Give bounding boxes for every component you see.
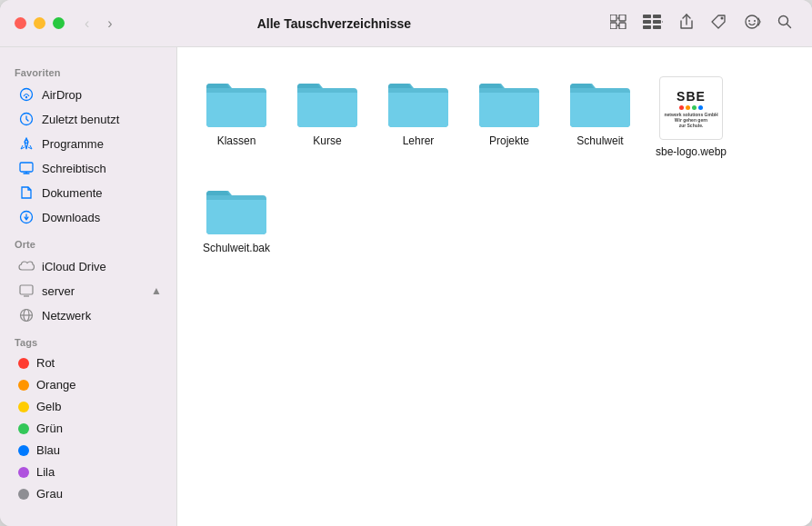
sidebar-item-tag-orange[interactable]: Orange	[5, 374, 171, 395]
tag-rot-label: Rot	[36, 356, 55, 370]
svg-rect-21	[20, 285, 33, 294]
svg-rect-9	[653, 25, 661, 29]
minimize-button[interactable]	[34, 17, 45, 29]
maximize-button[interactable]	[53, 17, 65, 29]
sidebar-item-tag-gruen[interactable]: Grün	[5, 418, 171, 439]
sidebar-item-airdrop[interactable]: AirDrop	[5, 83, 171, 106]
tag-gruen-label: Grün	[36, 422, 63, 435]
svg-rect-7	[653, 20, 661, 24]
programs-label: Programme	[42, 137, 104, 151]
tag-dot-rot	[18, 358, 29, 369]
toolbar-right	[605, 10, 797, 37]
tags-section-label: Tags	[0, 328, 176, 352]
titlebar: ‹ › Alle Tauschverzeichnisse	[0, 0, 812, 47]
view-icons-button[interactable]	[605, 11, 632, 36]
sidebar-item-tag-gelb[interactable]: Gelb	[5, 396, 171, 417]
tag-button[interactable]	[705, 10, 732, 37]
folder-icon-schulweit	[568, 76, 632, 129]
sidebar-item-tag-grau[interactable]: Grau	[5, 483, 171, 504]
more-button[interactable]	[737, 11, 767, 36]
eject-icon[interactable]: ▲	[151, 284, 162, 297]
files-grid: Klassen Kurse	[195, 69, 794, 263]
sidebar-item-downloads[interactable]: Downloads	[5, 205, 171, 229]
sidebar-item-icloud[interactable]: iCloud Drive	[5, 254, 171, 278]
svg-point-13	[754, 20, 756, 22]
sidebar-item-tag-lila[interactable]: Lila	[5, 461, 171, 482]
tag-lila-label: Lila	[36, 465, 55, 479]
search-button[interactable]	[772, 11, 797, 36]
file-item-lehrer[interactable]: Lehrer	[377, 69, 459, 167]
tag-dot-orange	[18, 380, 29, 391]
svg-point-14	[779, 15, 788, 25]
clock-icon	[18, 111, 35, 127]
file-item-schulweit[interactable]: Schulweit	[559, 69, 641, 167]
monitor-icon	[18, 160, 35, 176]
downloads-label: Downloads	[42, 211, 100, 224]
sbe-dot-red	[679, 105, 684, 110]
recent-label: Zuletzt benutzt	[42, 113, 119, 126]
svg-rect-3	[619, 23, 626, 29]
folder-icon-schulweit-bak	[205, 184, 268, 236]
grid-view-icon	[610, 15, 627, 29]
tag-dot-lila	[18, 467, 29, 478]
file-label-kurse: Kurse	[313, 134, 341, 149]
sidebar-item-network[interactable]: Netzwerk	[5, 303, 171, 327]
sidebar-item-tag-rot[interactable]: Rot	[5, 352, 171, 373]
icloud-label: iCloud Drive	[42, 260, 106, 273]
file-item-schulweit-bak[interactable]: Schulweit.bak	[195, 176, 277, 263]
file-label-projekte: Projekte	[489, 134, 529, 149]
list-view-icon	[643, 15, 663, 29]
file-item-kurse[interactable]: Kurse	[286, 69, 368, 167]
airdrop-label: AirDrop	[42, 88, 82, 102]
globe-icon	[18, 307, 35, 323]
sbe-dot-blue	[698, 105, 703, 110]
folder-icon-klassen	[205, 76, 268, 129]
sidebar-item-programs[interactable]: Programme	[5, 132, 171, 155]
tag-orange-label: Orange	[36, 378, 75, 392]
file-label-schulweit-bak: Schulweit.bak	[203, 242, 270, 256]
sidebar-item-recent[interactable]: Zuletzt benutzt	[5, 107, 171, 131]
sidebar-item-server[interactable]: server ▲	[5, 279, 171, 303]
folder-icon-lehrer	[386, 76, 450, 129]
airdrop-icon	[18, 86, 35, 103]
server-label: server	[42, 284, 75, 298]
window-title: Alle Tauschverzeichnisse	[71, 16, 597, 31]
sidebar: Favoriten AirDrop Zuletzt benutzt Progra…	[0, 47, 177, 526]
svg-rect-1	[619, 15, 626, 21]
view-list-button[interactable]	[637, 11, 668, 36]
download-icon	[18, 209, 35, 225]
sidebar-item-desktop[interactable]: Schreibtisch	[5, 156, 171, 180]
sbe-logo-content: SBE network solutions GmbHWir gehen gern…	[664, 89, 717, 128]
svg-point-18	[25, 141, 28, 144]
content-area: Favoriten AirDrop Zuletzt benutzt Progra…	[0, 47, 812, 526]
file-item-klassen[interactable]: Klassen	[195, 69, 277, 167]
display-icon	[18, 283, 35, 299]
svg-rect-4	[643, 15, 651, 18]
sbe-dot-green	[692, 105, 697, 110]
file-label-sbe-logo: sbe-logo.webp	[656, 145, 727, 160]
traffic-lights	[15, 17, 65, 29]
file-item-projekte[interactable]: Projekte	[468, 69, 550, 167]
sidebar-item-tag-blau[interactable]: Blau	[5, 440, 171, 461]
svg-rect-19	[20, 163, 33, 172]
svg-point-12	[748, 20, 750, 22]
sidebar-item-documents[interactable]: Dokumente	[5, 181, 171, 204]
smiley-more-icon	[743, 15, 761, 29]
file-label-schulweit: Schulweit	[576, 134, 623, 149]
tag-dot-grau	[18, 489, 29, 500]
share-button[interactable]	[674, 10, 699, 37]
cloud-icon	[18, 258, 35, 274]
svg-rect-0	[610, 15, 617, 21]
folder-icon-projekte	[477, 76, 541, 129]
sbe-sub-text: network solutions GmbHWir gehen gernzur …	[664, 112, 717, 128]
sbe-dots	[679, 105, 703, 110]
tag-icon	[710, 14, 727, 30]
file-label-lehrer: Lehrer	[403, 134, 435, 149]
close-button[interactable]	[15, 17, 26, 29]
tag-grau-label: Grau	[36, 487, 63, 501]
sbe-dot-orange	[686, 105, 690, 110]
svg-rect-2	[610, 23, 617, 29]
svg-rect-6	[643, 20, 651, 24]
svg-rect-5	[653, 15, 661, 18]
file-item-sbe-logo[interactable]: SBE network solutions GmbHWir gehen gern…	[650, 69, 732, 167]
